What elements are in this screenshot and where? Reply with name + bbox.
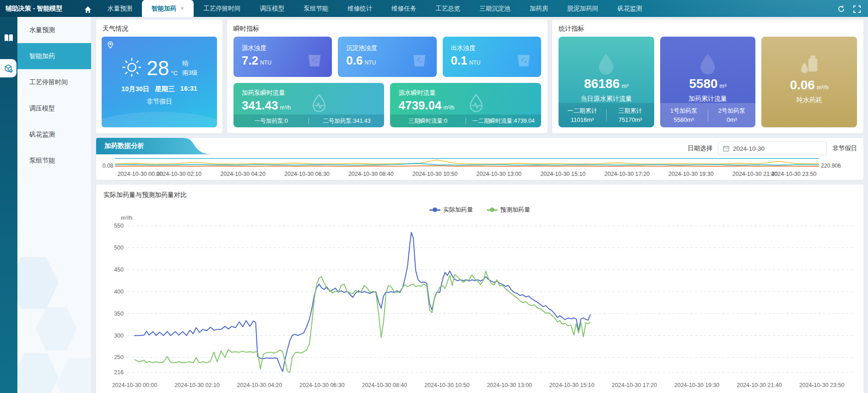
metric-unit: m³/h xyxy=(443,104,454,111)
svg-text:2024-10-30 06:30: 2024-10-30 06:30 xyxy=(299,382,345,388)
stats-section-title: 统计指标 xyxy=(552,20,863,37)
tab-三期沉淀池[interactable]: 三期沉淀池 xyxy=(470,0,520,17)
date-value: 2024-10-30 xyxy=(733,145,765,152)
analysis-ribbon: 加药数据分析 xyxy=(96,138,213,154)
sparkline-chart: 2024-10-30 00:002024-10-30 02:102024-10-… xyxy=(115,157,819,179)
svg-text:2024-10-30 10:50: 2024-10-30 10:50 xyxy=(424,382,470,388)
stat-label: 加药累计流量 xyxy=(689,95,727,103)
instant-section-title: 瞬时指标 xyxy=(227,20,548,37)
svg-text:2024-10-30 13:00: 2024-10-30 13:00 xyxy=(477,171,522,177)
tab-泵组节能[interactable]: 泵组节能 xyxy=(294,0,338,17)
model-cube-icon[interactable] xyxy=(0,59,16,77)
legend-item-预测加药量[interactable]: 预测加药量 xyxy=(487,206,530,214)
svg-text:2024-10-30 08:40: 2024-10-30 08:40 xyxy=(348,171,394,177)
sidebar-item-智能加药[interactable]: 智能加药 xyxy=(17,43,91,69)
home-button[interactable] xyxy=(78,6,98,17)
stat-label: 当日源水累计流量 xyxy=(580,95,632,103)
metric-footer: 三期瞬时流量:0一二期瞬时流量:4739.04 xyxy=(390,115,541,127)
water-drop-icon xyxy=(594,50,618,77)
chart-title: 实际加药量与预测加药量对比 xyxy=(103,191,856,199)
book-icon[interactable] xyxy=(0,29,17,47)
sparkline-min-label: 0.08 xyxy=(103,157,115,169)
water-glass-icon xyxy=(305,50,324,70)
stat-card-加药累计流量: 5580m³加药累计流量1号加药泵5580m³2号加药泵0m³ xyxy=(660,37,756,127)
tab-label: 脱泥加药间 xyxy=(567,5,598,12)
fullscreen-icon[interactable] xyxy=(853,5,861,13)
topbar-actions xyxy=(837,5,868,17)
sidebar-item-泵组节能[interactable]: 泵组节能 xyxy=(17,147,91,174)
weather-condition: 晴 南3级 xyxy=(182,59,197,77)
tab-label: 维修任务 xyxy=(391,5,416,12)
temperature-unit: °C xyxy=(171,70,178,79)
stat-footer-cell: 2号加药泵0m³ xyxy=(708,106,756,124)
tab-矾花监测[interactable]: 矾花监测 xyxy=(608,0,652,17)
sidebar-item-label: 水量预测 xyxy=(29,26,55,34)
stat-footer-label: 1号加药泵 xyxy=(660,106,708,115)
footer-cell: 三期瞬时流量:0 xyxy=(390,117,465,125)
tab-工艺停留时间[interactable]: 工艺停留时间 xyxy=(194,0,250,17)
svg-text:216: 216 xyxy=(114,369,124,376)
svg-text:450: 450 xyxy=(114,267,124,273)
tab-维修统计[interactable]: 维修统计 xyxy=(338,0,382,17)
tab-维修任务[interactable]: 维修任务 xyxy=(382,0,426,17)
tab-加药房[interactable]: 加药房 xyxy=(520,0,558,17)
legend-marker xyxy=(429,207,440,212)
sidebar-item-label: 调压模型 xyxy=(29,104,55,113)
svg-text:2024-10-30 17:20: 2024-10-30 17:20 xyxy=(605,171,650,177)
refresh-icon[interactable] xyxy=(837,5,845,13)
weather-weekday: 星期三 xyxy=(155,85,175,93)
legend-marker xyxy=(487,207,498,212)
date-picker-row: 日期选择 2024-10-30 非节假日 xyxy=(688,142,857,155)
tab-label: 调压模型 xyxy=(260,5,284,12)
hexagon-decoration xyxy=(56,356,92,393)
home-icon xyxy=(84,6,92,13)
stat-unit: m³/h xyxy=(817,84,829,91)
date-picker-input[interactable]: 2024-10-30 xyxy=(718,142,827,155)
sidebar-item-水量预测[interactable]: 水量预测 xyxy=(17,17,91,43)
footer-cell: 一二期瞬时流量:4739.04 xyxy=(466,117,541,125)
stat-card-当日源水累计流量: 86186m³当日源水累计流量一二期累计11016m³三期累计75170m³ xyxy=(559,37,654,127)
tab-调压模型[interactable]: 调压模型 xyxy=(250,0,294,17)
sidebar-item-调压模型[interactable]: 调压模型 xyxy=(17,95,91,121)
stat-value: 86186m³ xyxy=(584,77,629,90)
weather-card: 天气情况 28 °C xyxy=(96,20,222,133)
stat-footer-label: 一二期累计 xyxy=(559,106,606,115)
tab-close-icon[interactable]: × xyxy=(180,0,184,17)
legend-dot xyxy=(490,207,494,212)
legend-item-实际加药量[interactable]: 实际加药量 xyxy=(429,206,473,214)
metric-footer: 一号加药泵:0二号加药泵:341.43 xyxy=(233,115,384,127)
tab-label: 维修统计 xyxy=(347,5,372,12)
sidebar-item-矾花监测[interactable]: 矾花监测 xyxy=(17,121,91,147)
tab-脱泥加药间[interactable]: 脱泥加药间 xyxy=(558,0,608,17)
hexagon-decoration xyxy=(17,352,59,393)
svg-text:2024-10-30 13:00: 2024-10-30 13:00 xyxy=(487,382,532,388)
stat-footer-label: 三期累计 xyxy=(607,106,654,115)
footer-cell: 二号加药泵:341.43 xyxy=(309,117,384,125)
tab-label: 三期沉淀池 xyxy=(479,5,510,12)
svg-text:2024-10-30 06:30: 2024-10-30 06:30 xyxy=(284,171,330,177)
statistics-card: 统计指标 86186m³当日源水累计流量一二期累计11016m³三期累计7517… xyxy=(552,20,863,133)
main-content: 天气情况 28 °C xyxy=(92,17,868,393)
svg-text:2024-10-30 08:40: 2024-10-30 08:40 xyxy=(362,382,407,388)
calendar-icon xyxy=(723,145,729,152)
tab-水量预测[interactable]: 水量预测 xyxy=(98,0,142,17)
tab-智能加药[interactable]: 智能加药× xyxy=(142,0,194,17)
tab-工艺总览[interactable]: 工艺总览 xyxy=(426,0,470,17)
stat-footer-value: 75170m³ xyxy=(607,115,654,125)
holiday-flag: 非节假日 xyxy=(832,144,857,153)
stats-grid: 86186m³当日源水累计流量一二期累计11016m³三期累计75170m³55… xyxy=(559,37,857,127)
metric-unit: NTU xyxy=(260,60,271,66)
metric-unit: NTU xyxy=(469,60,481,66)
svg-text:2024-10-30 02:10: 2024-10-30 02:10 xyxy=(174,382,220,388)
tab-label: 泵组节能 xyxy=(304,5,328,12)
sidebar-item-工艺停留时间[interactable]: 工艺停留时间 xyxy=(17,69,91,95)
svg-text:2024-10-30 23:50: 2024-10-30 23:50 xyxy=(771,171,817,177)
hexagon-decoration xyxy=(17,256,59,311)
turbidity-card-源水浊度: 源水浊度7.2NTU xyxy=(233,37,332,77)
weather-date-row: 10月30日 星期三 16:31 xyxy=(102,85,217,93)
stat-value: 5580m³ xyxy=(689,77,726,90)
turbidity-card-沉淀池浊度: 沉淀池浊度0.6NTU xyxy=(338,37,436,77)
sidebar-item-label: 工艺停留时间 xyxy=(29,78,68,87)
tab-label: 加药房 xyxy=(530,5,548,12)
instant-metrics-card: 瞬时指标 源水浊度7.2NTU沉淀池浊度0.6NTU出水浊度0.1NTU加药泵瞬… xyxy=(227,20,548,133)
